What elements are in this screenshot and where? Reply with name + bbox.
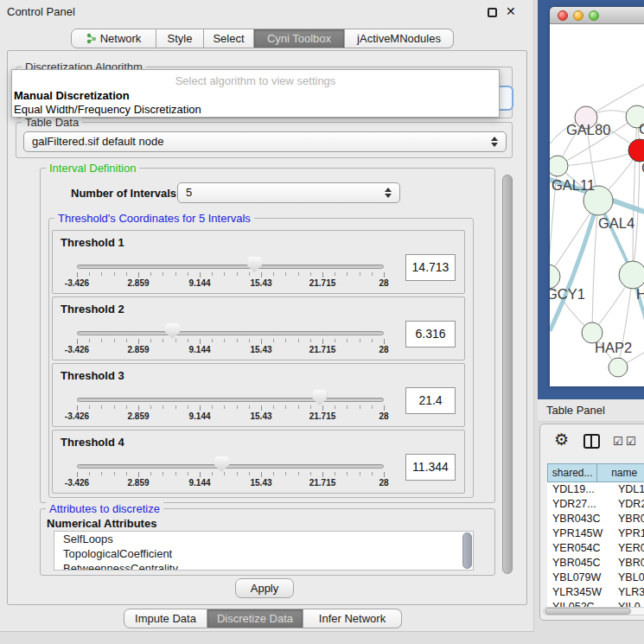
network-window: GAL80 GA C GAL11 GAL4 GCY1 HA HAP2 [550,7,644,386]
cell-shared-name[interactable]: YBR043C [547,512,613,526]
table-row[interactable]: YPR145W YPR1 [547,526,644,541]
settings-gear-icon[interactable]: ⚙ [554,431,569,448]
close-panel-icon[interactable]: ✕ [506,4,516,18]
table-row[interactable]: YBR045C YBR0 [547,556,644,571]
minimize-button[interactable] [573,10,583,21]
tab-jactivemnodules[interactable]: jActiveMNodules [345,29,454,48]
cell-shared-name[interactable]: YER054C [547,541,613,556]
threshold-slider[interactable]: -3.426 2.859 9.144 15.43 21.715 28 [77,320,384,360]
cell-name[interactable]: YDR2 [613,497,644,512]
threshold-slider[interactable]: -3.426 2.859 9.144 15.43 21.715 28 [77,253,384,293]
threshold-value-field[interactable]: 21.4 [405,387,456,414]
cell-shared-name[interactable]: YDL19... [547,482,613,497]
float-window-icon[interactable] [488,8,497,17]
threshold-value-field[interactable]: 14.713 [405,254,456,281]
table-row[interactable]: YDR27... YDR2 [547,497,644,512]
table-row[interactable]: YLR345W YLR3 [547,585,644,600]
tick-label: 21.715 [309,278,336,288]
table-data-combobox[interactable]: galFiltered.sif default node [23,131,507,152]
slider-thumb[interactable] [247,257,262,272]
bottom-tab-infer-network[interactable]: Infer Network [303,609,402,628]
algorithm-option-equal-width[interactable]: Equal Width/Frequency Discretization [14,103,498,116]
cell-shared-name[interactable]: YBR045C [547,556,613,571]
cell-shared-name[interactable]: YDR27... [547,497,613,512]
node-gal11[interactable] [550,156,568,176]
attribute-list-item[interactable]: SelfLoops [54,532,473,546]
cell-name[interactable]: YDL1 [613,482,644,497]
cyni-bottom-tabbar: Impute Data Discretize Data Infer Networ… [124,609,402,628]
table-data-value: galFiltered.sif default node [32,135,163,148]
threshold-slider[interactable]: -3.426 2.859 9.144 15.43 21.715 28 [77,386,384,426]
slider-track[interactable] [77,398,384,402]
slider-thumb[interactable] [214,456,229,472]
table-hscrollbar[interactable] [543,607,644,615]
select-columns-icon[interactable]: ☑ [613,436,623,447]
tick-label: 15.43 [250,411,271,421]
network-window-titlebar[interactable] [550,7,644,24]
cell-shared-name[interactable]: YIL052C [547,600,613,607]
slider-thumb[interactable] [165,323,180,339]
cell-name[interactable]: YPR1 [613,526,644,541]
slider-track[interactable] [77,331,384,335]
split-view-icon[interactable] [583,434,600,449]
tick-label: 28 [379,278,388,288]
node-right-mid[interactable] [619,261,644,289]
node-bottom[interactable] [609,358,628,377]
algorithm-option-manual[interactable]: Manual Discretization [14,89,498,102]
algorithm-dropdown-popup: Select algorithm to view settings Manual… [11,69,500,118]
tick-label: 2.859 [127,411,149,421]
table-row[interactable]: YBL079W YBL0 [547,571,644,585]
cell-name[interactable]: YIL0 [613,600,644,607]
column-header-shared-name[interactable]: shared... [547,463,597,482]
threshold-slider[interactable]: -3.426 2.859 9.144 15.43 21.715 28 [77,453,384,493]
cell-name[interactable]: YBR0 [613,512,644,526]
combo-stepper-icon[interactable] [491,136,498,148]
bottom-tab-discretize-data[interactable]: Discretize Data [207,609,303,628]
slider-track[interactable] [77,464,384,469]
threshold-value-field[interactable]: 6.316 [405,321,456,348]
cell-name[interactable]: YBL0 [613,571,644,585]
table-row[interactable]: YIL052C YIL0 [547,600,644,607]
cell-shared-name[interactable]: YPR145W [547,526,613,541]
network-nodes[interactable] [550,105,644,377]
cell-shared-name[interactable]: YBL079W [547,571,613,585]
cell-name[interactable]: YBR0 [613,556,644,571]
attributes-group-label: Attributes to discretize [46,502,163,515]
select-all-icon[interactable]: ☑ [626,436,636,447]
tab-style[interactable]: Style [156,29,204,48]
column-header-name[interactable]: name [597,463,644,482]
spinner-stepper-icon[interactable] [385,187,392,199]
tick-label: -3.426 [65,411,89,421]
zoom-button[interactable] [589,10,599,21]
tab-select[interactable]: Select [204,29,254,48]
panel-scrollbar[interactable] [502,175,513,574]
slider-track[interactable] [77,265,384,269]
table-row[interactable]: YDL19... YDL1 [547,482,644,497]
apply-button[interactable]: Apply [235,578,294,598]
node-red-selected[interactable] [628,139,644,162]
attribute-list-scrollbar[interactable] [462,532,472,569]
network-canvas[interactable]: GAL80 GA C GAL11 GAL4 GCY1 HA HAP2 [550,24,644,386]
node-label-gal11: GAL11 [552,177,595,193]
bottom-tab-impute-data[interactable]: Impute Data [124,609,207,628]
close-button[interactable] [558,10,568,21]
tab-network[interactable]: Network [71,29,156,48]
number-of-intervals-spinner[interactable]: 5 [177,182,400,203]
table-data-group-label: Table Data [22,116,82,129]
cell-name[interactable]: YLR3 [613,585,644,600]
slider-thumb[interactable] [312,390,327,405]
tick-label: 9.144 [188,345,210,354]
node-gcy1[interactable] [550,265,560,289]
table-row[interactable]: YER054C YER0 [547,541,644,556]
tab-cyni-toolbox[interactable]: Cyni Toolbox [254,29,345,48]
network-window-frame[interactable]: GAL80 GA C GAL11 GAL4 GCY1 HA HAP2 [538,0,644,399]
threshold-label: Threshold 2 [61,303,124,316]
cell-shared-name[interactable]: YLR345W [547,585,613,600]
table-hscrollbar-thumb[interactable] [545,608,631,615]
attribute-list-item[interactable]: TopologicalCoefficient [54,546,473,561]
node-label-gal4: GAL4 [598,215,634,231]
attribute-list-item[interactable]: BetweennessCentrality [54,561,473,571]
cell-name[interactable]: YER0 [613,541,644,556]
threshold-value-field[interactable]: 11.344 [405,454,456,481]
table-row[interactable]: YBR043C YBR0 [547,512,644,526]
